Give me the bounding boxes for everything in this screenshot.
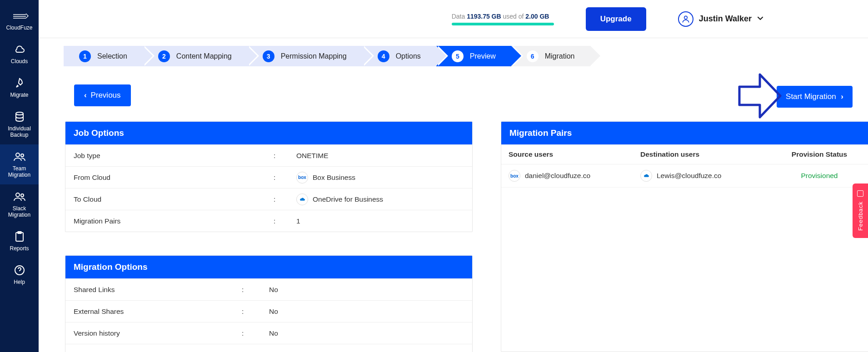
database-icon: [2, 111, 37, 123]
migration-pairs-row: Migration Pairs : 1: [65, 210, 472, 232]
svg-point-0: [16, 112, 23, 115]
team-icon: [2, 151, 37, 163]
pairs-header: Source users Destination users Provision…: [501, 144, 868, 164]
job-options-title: Job Options: [65, 122, 472, 144]
brand-label: CloudFuze: [2, 25, 37, 31]
svg-point-3: [16, 193, 20, 197]
pairs-row: box daniel@cloudfuze.co Lewis@cloudfuze.…: [501, 164, 868, 188]
version-history-row: Version history : No: [65, 322, 472, 344]
chevron-down-icon: [757, 15, 763, 23]
sidebar: CloudFuze Clouds Migrate Individual Back…: [0, 0, 39, 352]
brand-logo-icon: [2, 10, 37, 22]
clipboard-icon: [2, 231, 37, 243]
chevron-left-icon: ‹: [84, 91, 87, 99]
meta-data-row: Meta Data : No: [65, 344, 472, 352]
box-icon: box: [509, 170, 520, 182]
provision-status: Provisioned: [772, 172, 867, 180]
step-content-mapping[interactable]: 2 Content Mapping: [143, 46, 247, 66]
cloud-icon: [2, 44, 37, 55]
step-permission-mapping[interactable]: 3 Permission Mapping: [247, 46, 362, 66]
sidebar-item-reports[interactable]: Reports: [0, 224, 39, 258]
sidebar-item-migrate[interactable]: Migrate: [0, 71, 39, 104]
sidebar-item-team-migration[interactable]: Team Migration: [0, 144, 39, 184]
svg-point-1: [16, 153, 20, 157]
sidebar-item-help[interactable]: Help: [0, 258, 39, 292]
job-type-row: Job type : ONETIME: [65, 144, 472, 166]
step-selection[interactable]: 1 Selection: [64, 46, 143, 66]
rocket-icon: [2, 77, 37, 89]
chat-icon: [857, 190, 863, 197]
migration-options-panel: Migration Options Shared Links : No Exte…: [65, 255, 473, 352]
feedback-tab[interactable]: Feedback: [853, 183, 868, 238]
top-header: Data 1193.75 GB used of 2.00 GB Upgrade …: [39, 0, 868, 38]
sidebar-item-clouds[interactable]: Clouds: [0, 37, 39, 71]
usage-bar: [452, 23, 554, 25]
migration-options-title: Migration Options: [65, 256, 472, 278]
help-icon: [2, 264, 37, 276]
data-usage: Data 1193.75 GB used of 2.00 GB: [452, 13, 554, 25]
annotation-arrow-icon: [737, 71, 783, 121]
sidebar-brand[interactable]: CloudFuze: [0, 4, 39, 37]
migration-pairs-title: Migration Pairs: [501, 122, 868, 144]
user-avatar-icon: [678, 11, 693, 27]
sidebar-item-slack-migration[interactable]: Slack Migration: [0, 184, 39, 224]
box-icon: box: [296, 172, 308, 183]
svg-point-2: [21, 154, 24, 157]
svg-point-4: [21, 194, 24, 197]
team-icon: [2, 191, 37, 203]
step-migration[interactable]: 6 Migration: [511, 46, 590, 66]
onedrive-icon: [296, 193, 308, 205]
start-migration-button[interactable]: Start Migration ›: [777, 86, 853, 108]
shared-links-row: Shared Links : No: [65, 278, 472, 300]
svg-point-8: [684, 16, 687, 19]
upgrade-button[interactable]: Upgrade: [586, 7, 646, 31]
user-menu[interactable]: Justin Walker: [678, 11, 763, 27]
external-shares-row: External Shares : No: [65, 300, 472, 322]
chevron-right-icon: ›: [841, 92, 843, 101]
sidebar-item-individual-backup[interactable]: Individual Backup: [0, 104, 39, 144]
migration-pairs-panel: Migration Pairs Source users Destination…: [501, 121, 868, 352]
wizard-stepper: 1 Selection 2 Content Mapping 3 Permissi…: [64, 46, 590, 66]
job-options-panel: Job Options Job type : ONETIME From Clou…: [65, 121, 473, 232]
to-cloud-row: To Cloud : OneDrive for Business: [65, 188, 472, 210]
onedrive-icon: [640, 170, 652, 182]
from-cloud-row: From Cloud : box Box Business: [65, 166, 472, 188]
previous-button[interactable]: ‹ Previous: [74, 84, 131, 106]
